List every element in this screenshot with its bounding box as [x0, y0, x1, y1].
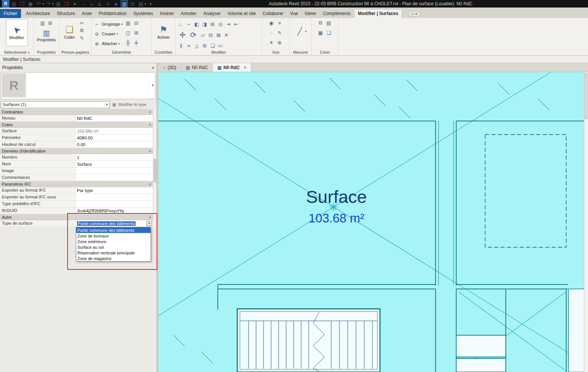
property-value-num-ro[interactable]: 1 [76, 154, 153, 160]
paint-icon[interactable]: ▨ [124, 19, 132, 27]
default-3d-view-icon[interactable]: ◈ [112, 0, 120, 8]
join-caret-icon[interactable]: ▾ [118, 42, 120, 45]
remove-paint-icon[interactable]: ⊟ [133, 19, 140, 27]
undo-icon-caret[interactable]: ▾ [42, 2, 44, 6]
property-value-exporter-au-format-ifc[interactable]: Par type [76, 187, 153, 194]
join-button[interactable]: ⊕ Attacher ▾ [93, 39, 123, 48]
ribbon-tab-architecture[interactable]: Architecture [23, 9, 53, 18]
ribbon-tab-collaborer[interactable]: Collaborer [259, 9, 286, 18]
measure-icon[interactable]: ↘ [87, 0, 95, 8]
floor-plan-svg[interactable]: Surface 103.68 m² [158, 72, 588, 372]
surface-type-option-zone-de-magasins[interactable]: Zone de magasins [76, 256, 151, 261]
type-selector-caret-icon[interactable]: ▾ [152, 83, 154, 87]
properties-button[interactable]: ▥ Propriétés [36, 27, 57, 45]
section-cotes[interactable]: Cotes∧ [0, 122, 153, 128]
demolish-icon[interactable]: ⊞ [133, 29, 140, 36]
mirror-axis-icon[interactable]: ◨ [201, 21, 208, 28]
selection-filter-combo[interactable]: Surfaces (1) ▾ [1, 101, 110, 108]
file-menu-button[interactable]: Fichier [0, 9, 21, 18]
ribbon-tab-g-rer[interactable]: Gérer [302, 9, 320, 18]
ribbon-tab-syst-mes[interactable]: Systèmes [130, 9, 157, 18]
drawing-area[interactable]: Surface 103.68 m² [158, 72, 588, 372]
cope-caret-icon[interactable]: ▾ [121, 23, 123, 26]
export-pdf-icon[interactable]: ❒ [63, 0, 70, 8]
cut-profile-icon[interactable]: ✎ [276, 29, 283, 36]
qat-overflow-icon[interactable]: ▾ [147, 0, 154, 8]
trim-corner-icon[interactable]: ⇤ [232, 21, 240, 28]
surface-type-option-r-servation-verticale-principale[interactable]: Réservation verticale principale [76, 250, 151, 256]
align-icon[interactable]: ∟ [177, 21, 185, 28]
family-types-icon[interactable]: ⊞ [47, 19, 54, 27]
property-value-type-pr-d-fini-d-ifc[interactable] [76, 201, 153, 207]
property-value-image[interactable] [76, 168, 153, 174]
close-properties-icon[interactable]: × [151, 65, 154, 71]
schedule-icon[interactable]: ▦ [317, 29, 324, 36]
ribbon-tab-ins-rer[interactable]: Insérer [157, 9, 177, 18]
property-value-p-rim-tre[interactable]: 4080.00 [76, 135, 153, 141]
thin-lines-icon[interactable]: ≡ [276, 19, 283, 27]
angle-icon[interactable]: ∡ [96, 0, 103, 8]
canvas-scrollbar[interactable] [584, 72, 588, 372]
close-view-icon[interactable]: × [244, 65, 246, 70]
ribbon-tab-pr-fabrication[interactable]: Préfabrication [95, 9, 130, 18]
surface-type-option-surface-au-sol[interactable]: Surface au sol [76, 244, 151, 250]
property-value-exporter-au-format-ifc-sous[interactable] [76, 194, 153, 200]
trim-extend-icon[interactable]: ⇥ [225, 21, 232, 28]
tab-modifier-surfaces[interactable]: Modifier | Surfaces [354, 9, 402, 18]
property-value-hauteur-de-calcul[interactable]: 0.00 [76, 141, 153, 148]
collapse-icon[interactable]: ∧ [149, 123, 151, 127]
section-autre[interactable]: Autre∧ [0, 214, 153, 220]
group-label-create[interactable]: Créer [312, 50, 338, 54]
property-value-niveau[interactable]: N0 RdC [76, 115, 153, 121]
group-label-measure[interactable]: Mesurer [290, 50, 311, 54]
group-label-clipboard[interactable]: Presse-papiers [59, 50, 91, 54]
close-hidden-icon[interactable]: ⊗ [276, 39, 283, 46]
move-icon[interactable]: ✛ [177, 30, 188, 40]
property-value-type-de-surface[interactable]: Partie commune des bâtiments▾ [76, 220, 153, 227]
open-icon[interactable]: ❒ [18, 0, 26, 8]
ribbon-display-toggle[interactable]: ▭ ▾ [408, 11, 420, 17]
visibility-icon[interactable]: ◉ [268, 19, 275, 27]
dimension-icon[interactable]: ↔ [79, 0, 87, 8]
section-donn-es-d-identification[interactable]: Données d'identification∧ [0, 148, 153, 154]
edit-type-button[interactable]: ▦ Modifier le type [111, 101, 146, 107]
profile-icon[interactable]: ╪ [133, 39, 140, 46]
group-label-view[interactable]: Vue [262, 50, 289, 54]
paste-aligned-icon[interactable]: ❏ [209, 42, 216, 50]
unpin-icon[interactable]: ⊠ [215, 31, 222, 39]
redo-icon[interactable]: ↷ [45, 0, 52, 8]
collapse-icon[interactable]: ∧ [149, 149, 151, 153]
ribbon-tab-compl-ments[interactable]: Compléments [320, 9, 354, 18]
properties-scrollbar[interactable] [153, 109, 157, 227]
properties-scroll-thumb[interactable] [154, 159, 156, 182]
measure-caret-icon[interactable]: ▾ [305, 30, 306, 33]
graphics-display-icon[interactable]: ☀ [268, 39, 275, 46]
cut-icon[interactable]: ✂ [78, 19, 86, 27]
ribbon-tab-annoter[interactable]: Annoter [177, 9, 200, 18]
group-label-properties[interactable]: Propriétés [34, 50, 59, 54]
copy-icon[interactable]: ⧉ [78, 27, 86, 34]
canvas-scroll-thumb[interactable] [585, 73, 588, 119]
revit-logo[interactable]: R [2, 0, 9, 8]
array-icon[interactable]: ◎ [217, 21, 224, 28]
section-icon[interactable]: ⊟ [129, 0, 136, 8]
group-label-geometry[interactable]: Géométrie [92, 50, 151, 54]
activate-button[interactable]: ⚑ Activer [153, 19, 174, 45]
group-label-modify[interactable]: Modifier [176, 50, 262, 54]
reveal-hidden-icon[interactable]: ◌ [268, 29, 275, 36]
surface-type-selected-text[interactable]: Partie commune des bâtiments [77, 221, 136, 226]
surface-type-option-zone-ext-rieure[interactable]: Zone extérieure [76, 239, 151, 244]
duplicate-view-icon[interactable]: ⧉ [317, 19, 324, 27]
section-param-tres-ifc[interactable]: Paramètres IFC∧ [0, 181, 153, 187]
rotate-icon[interactable]: ⟳ [188, 30, 199, 40]
split-face-icon[interactable]: ◫ [124, 29, 132, 36]
save-icon[interactable]: ▣ [27, 0, 34, 8]
collapse-icon[interactable]: ∧ [149, 215, 151, 219]
cope-button[interactable]: ⌐ Grugeage ▾ [93, 19, 123, 29]
drafting-view-icon[interactable]: ❏ [325, 29, 333, 36]
legend-icon[interactable]: ▤ [325, 19, 333, 27]
measure-tool-icon[interactable]: ╱ [294, 26, 305, 36]
group-label-select[interactable]: Sélectionner ▾ [0, 50, 33, 54]
pin-icon[interactable]: ⊟ [207, 31, 214, 39]
match-icon[interactable]: ≃ [185, 42, 193, 50]
